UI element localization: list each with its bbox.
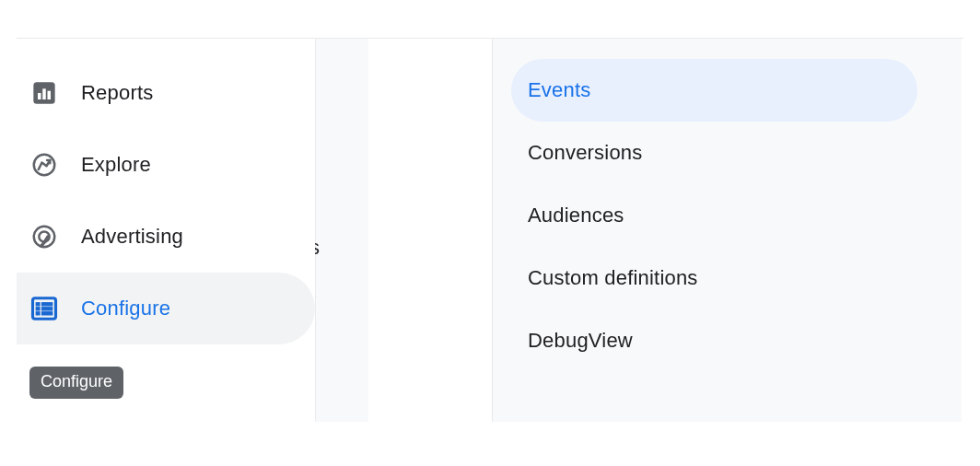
svg-rect-3 bbox=[48, 91, 52, 99]
configure-submenu: Events Conversions Audiences Custom defi… bbox=[492, 39, 962, 422]
svg-rect-14 bbox=[42, 312, 52, 315]
nav-item-reports[interactable]: Reports bbox=[17, 57, 315, 129]
svg-rect-1 bbox=[38, 93, 41, 99]
submenu-item-custom-definitions[interactable]: Custom definitions bbox=[511, 247, 917, 309]
primary-nav: Reports Explore Advertising bbox=[17, 39, 315, 422]
svg-rect-9 bbox=[36, 303, 40, 306]
reports-icon bbox=[29, 78, 59, 108]
nav-label: Advertising bbox=[81, 225, 183, 249]
content-backdrop-left bbox=[315, 39, 368, 422]
submenu-label: Events bbox=[528, 78, 590, 102]
nav-label: Reports bbox=[81, 81, 153, 105]
submenu-label: Custom definitions bbox=[528, 266, 698, 290]
configure-icon bbox=[29, 294, 59, 323]
svg-rect-12 bbox=[42, 308, 52, 310]
nav-item-configure[interactable]: Configure bbox=[17, 273, 315, 344]
submenu-item-debugview[interactable]: DebugView bbox=[511, 309, 917, 372]
nav-label: Explore bbox=[81, 153, 151, 177]
nav-item-advertising[interactable]: Advertising bbox=[17, 201, 315, 273]
submenu-label: Audiences bbox=[528, 204, 624, 227]
explore-icon bbox=[29, 150, 59, 180]
submenu-item-conversions[interactable]: Conversions bbox=[511, 122, 917, 184]
tooltip-configure: Configure bbox=[29, 367, 123, 399]
svg-rect-11 bbox=[36, 308, 40, 310]
submenu-label: Conversions bbox=[528, 141, 642, 165]
submenu-label: DebugView bbox=[528, 329, 633, 353]
advertising-icon bbox=[29, 222, 59, 251]
submenu-item-events[interactable]: Events bbox=[511, 59, 917, 122]
nav-item-explore[interactable]: Explore bbox=[17, 129, 315, 201]
submenu-item-audiences[interactable]: Audiences bbox=[511, 184, 917, 247]
nav-label: Configure bbox=[81, 297, 170, 320]
svg-rect-10 bbox=[42, 303, 52, 306]
svg-rect-2 bbox=[42, 88, 46, 99]
svg-rect-13 bbox=[36, 312, 40, 315]
